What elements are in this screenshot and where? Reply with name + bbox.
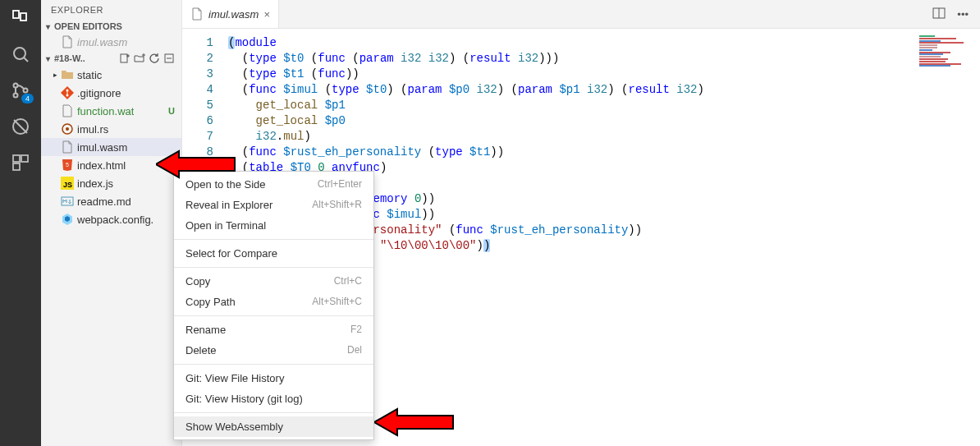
split-editor-icon[interactable] [932, 7, 946, 22]
file-item-gitignore[interactable]: .gitignore [41, 84, 181, 102]
chevron-down-icon: ▾ [41, 22, 54, 31]
new-folder-icon[interactable] [134, 53, 145, 64]
folder-icon [61, 68, 74, 81]
menu-git-view-file-history[interactable]: Git: View File History [174, 368, 373, 389]
svg-point-6 [24, 89, 28, 93]
tab-imul-wasm[interactable]: imul.wasm × [182, 0, 279, 28]
file-item-function-wat[interactable]: function.wat U [41, 102, 181, 120]
project-header[interactable]: ▾ #18-W.. [41, 51, 181, 66]
debug-icon[interactable] [9, 115, 32, 138]
scm-badge: 4 [21, 94, 34, 103]
svg-rect-12 [121, 54, 127, 62]
annotation-arrow-file [156, 148, 238, 181]
file-icon [61, 35, 74, 48]
activity-bar: 4 [0, 0, 41, 446]
file-icon [61, 140, 74, 154]
file-item-webpack-config[interactable]: webpack.config. [41, 210, 181, 228]
webpack-icon [61, 213, 74, 226]
sidebar-title: EXPLORER [41, 0, 181, 20]
svg-line-8 [14, 120, 27, 133]
menu-rename[interactable]: RenameF2 [174, 320, 373, 340]
html-icon: 5 [61, 159, 74, 172]
menu-open-in-terminal[interactable]: Open in Terminal [174, 215, 373, 236]
file-icon [61, 104, 74, 117]
svg-marker-30 [156, 151, 235, 177]
svg-line-3 [24, 57, 28, 62]
new-file-icon[interactable] [119, 53, 131, 64]
js-icon: JS [61, 177, 74, 190]
svg-text:5: 5 [66, 162, 69, 168]
menu-reveal-in-explorer[interactable]: Reveal in ExplorerAlt+Shift+R [174, 195, 373, 215]
svg-rect-9 [13, 155, 20, 162]
refresh-icon[interactable] [149, 53, 160, 64]
svg-rect-11 [13, 163, 20, 170]
svg-point-2 [14, 48, 25, 59]
chevron-right-icon: ▸ [49, 71, 61, 79]
menu-copy[interactable]: CopyCtrl+C [174, 271, 373, 292]
file-item-imul-rs[interactable]: imul.rs [41, 120, 181, 138]
svg-rect-1 [21, 13, 26, 21]
rust-icon [61, 122, 74, 136]
git-icon [61, 86, 74, 99]
open-editors-header[interactable]: ▾ OPEN EDITORS [41, 20, 181, 33]
svg-text:JS: JS [63, 181, 72, 189]
open-editor-name: imul.wasm [77, 36, 127, 48]
menu-select-for-compare[interactable]: Select for Compare [174, 243, 373, 264]
more-icon[interactable]: ••• [957, 8, 969, 21]
scm-icon[interactable]: 4 [9, 79, 32, 102]
search-icon[interactable] [9, 43, 32, 66]
extensions-icon[interactable] [9, 151, 32, 174]
svg-point-5 [14, 94, 18, 98]
tab-close-icon[interactable]: × [263, 8, 270, 21]
menu-git-view-history-log[interactable]: Git: View History (git log) [174, 389, 373, 409]
explorer-icon[interactable] [9, 7, 32, 30]
menu-delete[interactable]: DeleteDel [174, 340, 373, 361]
svg-rect-0 [13, 11, 19, 18]
file-icon [190, 7, 204, 21]
menu-copy-path[interactable]: Copy PathAlt+Shift+C [174, 292, 373, 312]
open-editor-file[interactable]: imul.wasm [41, 33, 181, 51]
annotation-arrow-menu [374, 406, 456, 439]
svg-rect-10 [21, 155, 28, 162]
context-menu: Open to the SideCtrl+Enter Reveal in Exp… [173, 171, 374, 440]
svg-point-4 [14, 84, 18, 88]
menu-show-webassembly[interactable]: Show WebAssembly [174, 416, 373, 437]
minimap[interactable] [919, 35, 972, 67]
sidebar: EXPLORER ▾ OPEN EDITORS imul.wasm ▾ #18-… [41, 0, 182, 446]
folder-item-static[interactable]: ▸ static [41, 66, 181, 84]
svg-marker-31 [374, 409, 453, 435]
chevron-down-icon: ▾ [41, 54, 54, 63]
svg-point-23 [66, 127, 69, 131]
markdown-icon [61, 195, 74, 208]
tab-bar: imul.wasm × ••• [182, 0, 980, 29]
collapse-icon[interactable] [163, 53, 175, 64]
file-item-readme-md[interactable]: readme.md [41, 192, 181, 210]
tab-label: imul.wasm [208, 8, 259, 21]
